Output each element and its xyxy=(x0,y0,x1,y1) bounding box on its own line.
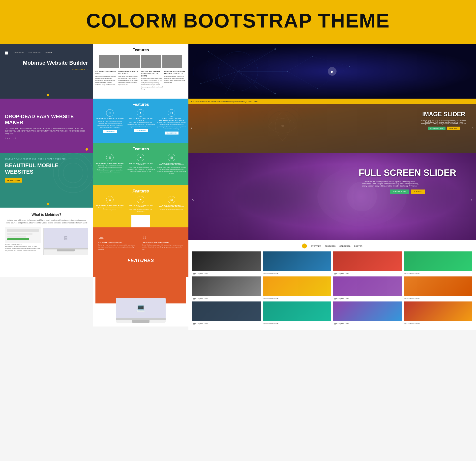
feat-col-y1: ⊞ BOOTSTRAP 4 HAS BEEN NOTED Bootstrap 4… xyxy=(95,196,124,213)
left-column: OVERVIEW FEATURES ▾ HELP ▾ Mobirise Webs… xyxy=(0,44,93,330)
google-icon[interactable]: g+ xyxy=(9,137,11,139)
feat-col-y-text-3: Google has a highly exhaustive list. xyxy=(157,208,186,210)
laptop-base xyxy=(116,318,166,320)
feat-col-y-text-2: One of the best advantages of the Bootst… xyxy=(126,208,155,213)
feat-col-text-3: Google has a highly exhaustive list of S… xyxy=(157,122,186,130)
gallery-thumb-3[interactable] xyxy=(333,251,402,271)
learn-more-link[interactable]: LEARN MORE → xyxy=(5,69,88,71)
panel-beautiful: DEVELOP FULLY RESPONSIVE, MOBILE-READY W… xyxy=(0,153,93,208)
gallery-item-8: Type caption here xyxy=(404,276,473,299)
feat-icon-g1: ⊞ xyxy=(106,154,114,161)
gallery-thumb-8[interactable] xyxy=(404,276,473,296)
play-button[interactable]: ▶ xyxy=(328,67,337,76)
features-red-title: FEATURES xyxy=(95,254,186,303)
full-slider-windows-btn[interactable]: FOR WINDOWS xyxy=(390,190,409,194)
gallery-item-12: Typo caption hero xyxy=(404,301,473,325)
feat-title-4: MOBIRISE GIVES YOU THE FREEDOM TO DEVELO… xyxy=(164,70,186,75)
gallery-thumb-2[interactable] xyxy=(263,251,331,271)
gallery-thumb-4[interactable] xyxy=(404,251,473,271)
nav-features[interactable]: FEATURES ▾ xyxy=(29,52,40,54)
gallery-thumb-9[interactable] xyxy=(192,301,261,321)
feat-col-2: ✦ ONE OF BOOTSTRAP 4'S BIG POINTS One of… xyxy=(126,109,155,135)
windows-btn[interactable]: FOR WINDOWS xyxy=(428,127,446,130)
feat-text-4: Mobirise gives the freedom to develop as… xyxy=(164,75,186,84)
svg-line-19 xyxy=(201,49,275,84)
gallery-caption-1: Type caption here xyxy=(192,272,261,274)
drop-dead-description: CUT DOWN THE DEVELOPMENT TIME WITH DRAG-… xyxy=(5,127,88,135)
red-icon-1: ☁ xyxy=(98,234,140,241)
drop-dead-title: DROP-DEAD EASY WEBSITE MAKER xyxy=(5,113,88,125)
pinterest-icon[interactable]: p xyxy=(7,137,8,139)
facebook-icon[interactable]: f xyxy=(15,137,16,139)
red-feat-text-2: One of the best advantages of implementi… xyxy=(142,244,184,250)
feat-text-1: Bootstrap 4 has been noted as more relia… xyxy=(95,75,117,86)
gallery-nav-features[interactable]: FEATURES xyxy=(325,245,336,247)
slider-prev-arrow[interactable]: ‹ xyxy=(191,126,192,130)
gallery-nav-overview[interactable]: OVERVIEW xyxy=(311,245,321,247)
mac-btn[interactable]: FOR MAC xyxy=(447,127,460,130)
learn-more-btn-3[interactable]: LEARN MORE xyxy=(165,132,178,135)
nav-overview[interactable]: OVERVIEW xyxy=(13,52,24,54)
gallery-row-3: Type caption here Type caption here Type… xyxy=(192,301,472,325)
gallery-item-9: Type caption here xyxy=(192,301,261,325)
feat-icon-y1: ⊞ xyxy=(106,196,114,203)
gallery-nav-footer[interactable]: FOOTER xyxy=(354,245,362,247)
wave-pattern xyxy=(48,153,93,198)
nav-help[interactable]: HELP ▾ xyxy=(45,52,52,54)
full-slider-prev-arrow[interactable]: ‹ xyxy=(192,196,194,202)
gallery-thumb-12[interactable] xyxy=(404,301,473,321)
main-grid: OVERVIEW FEATURES ▾ HELP ▾ Mobirise Webs… xyxy=(0,44,476,330)
panel-space-network: ▶ xyxy=(188,44,476,99)
feat-text-3: Google has a highly exhaustive list of S… xyxy=(141,78,163,90)
panel-image-slider: You have downloaded theme from www.boots… xyxy=(188,99,476,153)
learn-more-btn-1[interactable]: LEARN MORE xyxy=(103,130,117,133)
social-icons: t p g+ in f xyxy=(5,137,88,139)
twitter-icon[interactable]: t xyxy=(5,137,5,139)
feat-col-g-title-1: BOOTSTRAP 4 HAS BEEN NOTED xyxy=(95,163,124,164)
gallery-caption-10: Type caption here xyxy=(263,322,331,325)
gallery-thumb-1[interactable] xyxy=(192,251,261,271)
header: COLORM BOOTSTRAP THEME xyxy=(0,0,476,44)
learn-more-btn-2[interactable]: LEARN MORE xyxy=(134,129,148,132)
middle-column: Features BOOTSTRAP 4 HAS BEEN NOTED Boot… xyxy=(93,44,188,330)
feat-col-g2: ✦ ONE OF BOOTSTRAP 4'S BIG POINTS One of… xyxy=(126,154,155,175)
full-slider-mac-btn[interactable]: FOR MAC xyxy=(411,190,425,194)
gallery-thumb-5[interactable] xyxy=(192,276,261,296)
what-title: What is Mobirise? xyxy=(32,213,61,217)
linkedin-icon[interactable]: in xyxy=(13,137,14,139)
slider-next-arrow[interactable]: › xyxy=(472,126,474,130)
nav-logo-icon xyxy=(5,52,8,54)
gallery-thumb-6[interactable] xyxy=(263,276,331,296)
gallery-row-1: Type caption here Type caption here Type… xyxy=(192,251,472,274)
features-white-title: Features xyxy=(95,48,186,52)
red-features-grid: ☁ BOOTSTRAP 4 HAS BEEN NOTED Bootstrap 4… xyxy=(95,231,186,253)
feat-col-title-2: ONE OF BOOTSTRAP 4'S BIG POINTS xyxy=(126,118,155,121)
download-button[interactable]: DOWNLOAD IT xyxy=(5,178,22,183)
full-slider-next-arrow[interactable]: › xyxy=(471,196,472,202)
feat-col-g-title-3: GOOGLE HAS A HIGHLY EXHAUSTIVE LIST OF P… xyxy=(157,163,186,165)
gallery-item-6: Type caption here xyxy=(263,276,331,299)
feat-col-g-title-2: ONE OF BOOTSTRAP 4'S BIG POINTS xyxy=(126,163,155,165)
svg-line-7 xyxy=(208,52,238,71)
panel-features-blue: Features ⊞ BOOTSTRAP 4 HAS BEEN NOTED Bo… xyxy=(93,99,188,143)
full-slider-title: FULL SCREEN SLIDER xyxy=(359,168,456,178)
feat-col-title-3: GOOGLE HAS A HIGHLY EXHAUSTIVE LIST OF P… xyxy=(157,118,186,121)
bootstrap-laptop: 💻 xyxy=(116,298,166,323)
feat-col-g-text-1: Bootstrap 4 has been noted as more relia… xyxy=(95,165,124,173)
dot-indicator-2 xyxy=(86,148,88,151)
thumb-2 xyxy=(120,55,140,68)
gallery-caption-5: Type caption here xyxy=(192,297,261,299)
gallery-nav-carousel[interactable]: CAROUSEL xyxy=(339,245,351,247)
feat-col-g3: ⊡ GOOGLE HAS A HIGHLY EXHAUSTIVE LIST OF… xyxy=(157,154,186,175)
dashboard-text: Analytics are off the shelf, product ide… xyxy=(5,245,41,252)
gallery-item-4: Type caption here xyxy=(404,251,473,274)
gallery-thumb-10[interactable] xyxy=(263,301,331,321)
feat-text-2: One of the best advantages of the Bootst… xyxy=(119,75,140,86)
gallery-item-3: Type caption here xyxy=(333,251,402,274)
what-description: Mobirise is an off-line app for Windows … xyxy=(5,219,88,224)
red-feat-2: ♫ ONE OF BOOTSTRAP 4'S BIG POINTS One of… xyxy=(142,234,184,250)
gallery-thumb-11[interactable] xyxy=(333,301,402,321)
panel-what-mobirise: What is Mobirise? Mobirise is an off-lin… xyxy=(0,208,93,277)
gallery-thumb-7[interactable] xyxy=(333,276,402,296)
feat-title-2: ONE OF BOOTSTRAP 4'S BIG POINTS xyxy=(119,70,140,75)
